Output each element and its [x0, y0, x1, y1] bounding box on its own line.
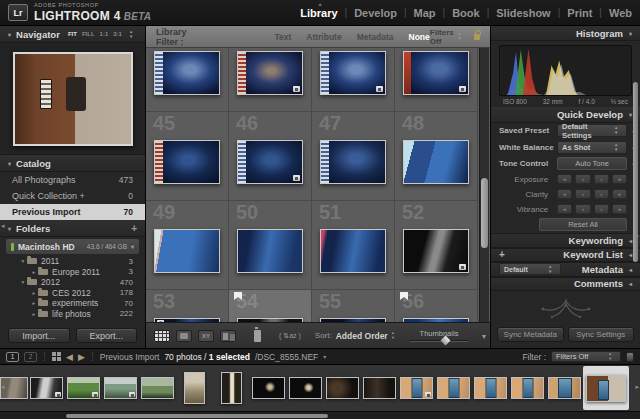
right-panel-collapse-arrow[interactable]: ▸: [635, 232, 639, 240]
folder-item-ces-2012[interactable]: ▸CES 2012178: [0, 288, 145, 299]
zoom-option-1-1[interactable]: 1:1: [100, 31, 109, 37]
catalog-item-previous-import[interactable]: Previous Import70: [0, 204, 145, 220]
filmstrip-thumb-7[interactable]: [213, 366, 250, 410]
develop-badge-icon[interactable]: [376, 86, 383, 92]
filmstrip-thumb-10[interactable]: [324, 366, 361, 410]
filmstrip-thumb-8[interactable]: [250, 366, 287, 410]
sort-direction-icon[interactable]: [279, 332, 301, 340]
develop-badge-icon[interactable]: [293, 175, 300, 181]
monitor-2-button[interactable]: 2: [24, 352, 37, 362]
photo-cell[interactable]: [312, 48, 395, 111]
vibrance-step-button-0[interactable]: «: [557, 204, 572, 214]
folder-item-experiments[interactable]: ▸experiments70: [0, 298, 145, 309]
monitor-1-button[interactable]: 1: [6, 352, 19, 362]
clarity-step-button-0[interactable]: «: [557, 189, 572, 199]
grid-view-shortcut-icon[interactable]: [52, 352, 61, 361]
develop-badge-icon[interactable]: [425, 392, 431, 397]
filmstrip-thumb-12[interactable]: [398, 366, 435, 410]
reset-all-button[interactable]: Reset All: [539, 218, 627, 231]
clarity-step-button-1[interactable]: ‹: [575, 189, 590, 199]
photo-cell-51[interactable]: 51: [312, 201, 395, 289]
metadata-header[interactable]: Default Metadata: [491, 262, 640, 277]
folder-item-europe-2011[interactable]: ▸Europe 20113: [0, 267, 145, 278]
grid-view-icon[interactable]: [154, 330, 170, 342]
develop-badge-icon[interactable]: [293, 86, 300, 92]
zoom-option-fit[interactable]: FIT: [68, 31, 77, 37]
filmstrip-thumb-9[interactable]: [287, 366, 324, 410]
add-folder-button[interactable]: +: [131, 223, 137, 234]
develop-badge-icon[interactable]: [129, 392, 135, 397]
filmstrip-thumb-13[interactable]: [435, 366, 472, 410]
folder-item-2011[interactable]: ▾20113: [0, 256, 145, 267]
histogram-chart[interactable]: [500, 46, 630, 95]
filmstrip-thumb-selected[interactable]: [583, 366, 629, 410]
module-library[interactable]: Library: [300, 7, 337, 19]
filmstrip-thumb-5[interactable]: [139, 366, 176, 410]
keywording-header[interactable]: Keywording: [491, 233, 640, 248]
saved-preset-select[interactable]: Default Settings: [557, 124, 627, 137]
photo-cell-50[interactable]: 50: [229, 201, 312, 289]
clarity-step-button-2[interactable]: ›: [594, 189, 609, 199]
photo-cell[interactable]: [395, 48, 478, 111]
filmstrip-thumb-11[interactable]: [361, 366, 398, 410]
filmstrip-thumb-3[interactable]: [65, 366, 102, 410]
photo-cell[interactable]: [229, 48, 312, 111]
sync-settings-button[interactable]: Sync Settings: [568, 327, 635, 342]
folder-item-2012[interactable]: ▾2012470: [0, 277, 145, 288]
grid-scrollbar-thumb[interactable]: [481, 178, 488, 248]
module-map[interactable]: Map: [414, 7, 436, 19]
filmstrip-thumb-14[interactable]: [472, 366, 509, 410]
module-book[interactable]: Book: [452, 7, 480, 19]
keyword-list-header[interactable]: + Keyword List: [491, 248, 640, 263]
painter-spray-icon[interactable]: [254, 330, 261, 342]
vibrance-step-button-2[interactable]: ›: [594, 204, 609, 214]
module-web[interactable]: Web: [609, 7, 632, 19]
sort-value-dropdown[interactable]: Added Order: [336, 331, 388, 341]
filter-option-text[interactable]: Text: [274, 32, 291, 42]
photo-cell-46[interactable]: 46: [229, 112, 312, 200]
photo-cell-45[interactable]: 45: [146, 112, 229, 200]
navigator-preview-image[interactable]: [13, 52, 133, 146]
develop-badge-icon[interactable]: [459, 264, 466, 270]
develop-badge-icon[interactable]: [92, 392, 98, 397]
filter-preset-dropdown[interactable]: Filters Off: [430, 28, 466, 46]
photo-cell-47[interactable]: 47: [312, 112, 395, 200]
develop-badge-icon[interactable]: [55, 392, 61, 397]
catalog-item-all-photographs[interactable]: All Photographs473: [0, 172, 145, 188]
photo-cell-55[interactable]: 55: [312, 290, 395, 322]
forward-arrow-icon[interactable]: ▶: [78, 352, 85, 362]
module-slideshow[interactable]: Slideshow: [496, 7, 550, 19]
filter-option-attribute[interactable]: Attribute: [306, 32, 341, 42]
filmstrip-left-arrow[interactable]: ◂: [1, 383, 5, 391]
module-print[interactable]: Print: [567, 7, 592, 19]
expand-triangle-icon[interactable]: ▸: [30, 311, 38, 317]
photo-cell-49[interactable]: 49: [146, 201, 229, 289]
metadata-preset-select[interactable]: Default: [499, 263, 561, 275]
filmstrip-right-arrow[interactable]: ▸: [635, 383, 639, 391]
left-panel-collapse-arrow[interactable]: ◂: [1, 222, 5, 230]
filter-option-metadata[interactable]: Metadata: [357, 32, 394, 42]
navigator-header[interactable]: Navigator FITFILL1:13:1: [0, 26, 145, 43]
quick-develop-header[interactable]: Quick Develop: [491, 107, 640, 122]
catalog-header[interactable]: Catalog: [0, 155, 145, 172]
photo-cell-48[interactable]: 48: [395, 112, 478, 200]
photo-cell-54[interactable]: 54: [229, 290, 312, 322]
photo-cell-56[interactable]: 56: [395, 290, 478, 322]
thumbnail-size-slider[interactable]: [410, 340, 468, 342]
add-keyword-button[interactable]: +: [499, 249, 505, 260]
expand-triangle-icon[interactable]: ▸: [30, 300, 38, 306]
photo-cell-53[interactable]: 532: [146, 290, 229, 322]
photo-cell-52[interactable]: 52: [395, 201, 478, 289]
exposure-step-button-3[interactable]: »: [612, 174, 627, 184]
import-button[interactable]: Import...: [8, 328, 70, 343]
vibrance-step-button-1[interactable]: ‹: [575, 204, 590, 214]
filmstrip-filter-select[interactable]: Filters Off: [551, 351, 621, 362]
collapse-triangle-icon[interactable]: ▾: [19, 258, 27, 264]
vibrance-step-button-3[interactable]: »: [612, 204, 627, 214]
folders-header[interactable]: Folders +: [0, 220, 145, 237]
sync-metadata-button[interactable]: Sync Metadata: [497, 327, 564, 342]
source-breadcrumb[interactable]: Previous Import: [100, 352, 160, 362]
filmstrip-thumb-2[interactable]: [28, 366, 65, 410]
loupe-view-icon[interactable]: [176, 330, 192, 342]
clarity-step-button-3[interactable]: »: [612, 189, 627, 199]
